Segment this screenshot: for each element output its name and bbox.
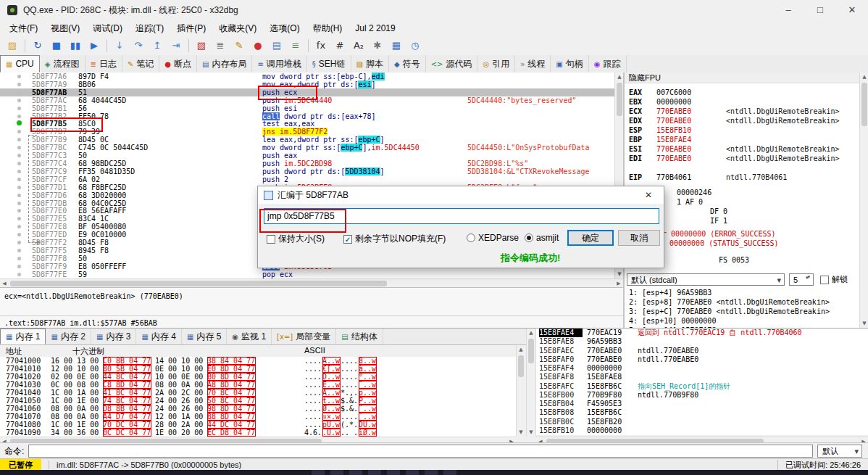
breakpoint-gutter[interactable] [0, 128, 32, 136]
step-over-icon[interactable]: ↷ [130, 38, 147, 54]
hash-icon[interactable]: # [331, 38, 349, 54]
stack-row[interactable]: 15E8FAF815E8FAE8 [536, 373, 868, 381]
argument-count-spinner[interactable]: 5 [789, 273, 814, 286]
dump-row[interactable]: 7704109034 00 36 000C DC 04 771E 00 20 0… [0, 429, 516, 437]
menu-item-7[interactable]: 帮助(H) [306, 21, 349, 36]
scrollbar-thumb[interactable] [528, 339, 534, 363]
breakpoint-gutter[interactable] [0, 215, 32, 223]
disasm-row[interactable]: 5D8F77B585C0test eax,eax [0, 120, 614, 128]
breakpoint-gutter[interactable] [0, 183, 32, 191]
stack-row[interactable]: 15E8FAE896A59BB3 [536, 337, 868, 346]
stop-debug-icon[interactable]: ■ [48, 38, 65, 54]
disasm-row[interactable]: 5D8F77CF6A 02push 2 [0, 175, 614, 183]
breakpoint-gutter[interactable] [0, 270, 32, 278]
run-icon[interactable]: ▶ [85, 38, 103, 54]
disasm-row[interactable]: 5D8F77B98D45 0Clea eax,dword ptr ss:[ebp… [0, 136, 614, 144]
tab-locals[interactable]: [x=]局部变量 [272, 329, 336, 344]
breakpoint-gutter[interactable] [0, 144, 32, 152]
tab-dump-3[interactable]: ▦内存 3 [91, 329, 136, 344]
breakpoint-gutter[interactable] [0, 263, 32, 270]
stack-row[interactable]: 15E8FAF400000000 [536, 364, 868, 373]
disasm-row[interactable]: 5D8F77C468 98BDC25Dpush im.5DC2BD985DC2B… [0, 160, 614, 168]
tab-graph[interactable]: ◈流程图 [40, 55, 85, 73]
hide-fpu-toggle[interactable]: 隐藏FPU [625, 73, 859, 83]
menu-item-5[interactable]: 收藏夹(V) [212, 21, 263, 36]
breakpoint-gutter[interactable] [0, 175, 32, 183]
cpu-window-icon[interactable]: ▦ [388, 38, 405, 54]
fill-nop-checkbox[interactable] [343, 235, 352, 244]
comment-icon[interactable]: ✎ [230, 38, 248, 54]
xedparse-radio[interactable] [467, 234, 475, 242]
scrollbar-thumb[interactable] [617, 83, 622, 116]
xedparse-radio-row[interactable]: XEDParse [467, 233, 519, 243]
dump-row[interactable]: 770410801C 00 1E 0070 DC 04 7728 00 2A 0… [0, 421, 516, 429]
dump-row[interactable]: 7704106008 00 0A 00D8 8B 04 7724 00 26 0… [0, 405, 516, 413]
log-icon[interactable]: ≣ [212, 38, 229, 54]
breakpoint-gutter[interactable] [0, 73, 32, 80]
registers-vertical-scrollbar[interactable]: ▲ ▼ [859, 73, 868, 328]
tab-seh[interactable]: §SEH链 [307, 55, 351, 73]
calculator-icon[interactable]: fx [312, 38, 330, 54]
menu-item-2[interactable]: 调试(D) [86, 21, 129, 36]
tab-notes[interactable]: ✎笔记 [122, 55, 159, 73]
unlock-checkbox[interactable] [820, 276, 829, 284]
tab-trace[interactable]: ◉跟踪 [589, 55, 627, 73]
tab-references[interactable]: ◎引用 [477, 55, 515, 73]
breakpoint-gutter[interactable] [0, 207, 32, 215]
breakpoint-gutter[interactable] [0, 255, 32, 263]
stack-vertical-scrollbar[interactable]: ▲ ▼ [526, 329, 536, 437]
breakpoint-gutter[interactable] [0, 136, 32, 144]
register-row-ecx[interactable]: ECX770EABE0<ntdll.DbgUiRemoteBreakin> [629, 107, 840, 115]
assemble-instruction-input[interactable] [264, 208, 659, 224]
stack-row[interactable]: 15E8FAF0770EABE0ntdll.770EABE0 [536, 355, 868, 364]
stack-row[interactable]: 15E8FAE4770EAC19返回到 ntdll.770EAC19 自 ntd… [536, 329, 868, 337]
fill-nop-checkbox-row[interactable]: 剩余字节以NOP填充(F) [343, 233, 446, 245]
call-stack-icon[interactable]: ≡ [287, 38, 304, 54]
memory-dump-view[interactable]: 7704100016 00 13 00C0 8B 04 7714 00 10 0… [0, 357, 516, 437]
minimize-button[interactable]: – [772, 0, 804, 20]
disasm-row[interactable]: 5D8F77FE59pop ecx [0, 270, 614, 278]
breakpoint-gutter[interactable] [0, 104, 32, 112]
tab-symbols[interactable]: ◆符号 [389, 55, 426, 73]
dump-row[interactable]: 770410401C 00 1A 0041 8C 04 772A 00 2C 0… [0, 389, 516, 397]
breakpoint-gutter[interactable] [0, 80, 32, 88]
disasm-row[interactable]: 5D8F77B156push esi [0, 104, 614, 112]
keep-size-checkbox-row[interactable]: 保持大小(S) [267, 233, 325, 245]
command-input[interactable] [28, 445, 813, 458]
tab-breakpoints[interactable]: ●断点 [159, 55, 197, 73]
breakpoint-gutter[interactable] [0, 152, 32, 160]
dump-row[interactable]: 770410501C 00 1E 0074 8C 04 7724 00 26 0… [0, 397, 516, 405]
tab-dump-2[interactable]: ▦内存 2 [46, 329, 91, 344]
close-button[interactable]: ✕ [836, 0, 868, 20]
disasm-row[interactable]: 5D8F77C9FF35 0481D35Dpush dword ptr ds:[… [0, 168, 614, 175]
register-row-eax[interactable]: EAX007C6000 [629, 88, 726, 96]
dialog-close-icon[interactable]: ✕ [639, 190, 658, 200]
breakpoint-gutter[interactable] [0, 199, 32, 207]
stack-row[interactable]: 15E8FB1000000000 [536, 426, 868, 435]
tab-source[interactable]: <>源代码 [426, 55, 478, 73]
calling-convention-select[interactable]: 默认 (stdcall) [627, 273, 785, 286]
disasm-row[interactable]: 5D8F77AB51push ecx [0, 88, 614, 96]
asmjit-radio[interactable] [525, 234, 533, 242]
register-row-edi[interactable]: EDI770EABE0<ntdll.DbgUiRemoteBreakin> [629, 154, 840, 162]
disasm-row[interactable]: 5D8F77A98B06mov eax,dword ptr ds:[esi] [0, 80, 614, 88]
breakpoint-gutter[interactable] [0, 231, 32, 239]
tab-watch-1[interactable]: ◉监视 1 [227, 329, 272, 344]
tab-call-stack[interactable]: ≡调用堆栈 [252, 55, 306, 73]
menu-item-4[interactable]: 插件(P) [170, 21, 212, 36]
scrollbar-thumb[interactable] [518, 355, 524, 377]
stack-view[interactable]: 15E8FAE4770EAC19返回到 ntdll.770EAC19 自 ntd… [536, 329, 868, 435]
tab-cpu[interactable]: ▦CPU [0, 55, 40, 73]
pause-icon[interactable]: ▮▮ [67, 38, 84, 54]
breakpoint-gutter[interactable] [0, 88, 32, 96]
settings-icon[interactable]: ✱ [369, 38, 386, 54]
breakpoint-gutter[interactable] [0, 191, 32, 199]
cancel-button[interactable]: 取消 [618, 230, 660, 246]
menu-item-3[interactable]: 追踪(T) [129, 21, 170, 36]
scrollbar-thumb[interactable] [10, 281, 387, 286]
register-row-ebp[interactable]: EBP15E8FAE4 [629, 136, 726, 144]
stack-row[interactable]: 15E8FAFC15E8FB6C指向SEH_Record[1]的指针 [536, 382, 868, 391]
dump-vertical-scrollbar[interactable]: ▲ ▼ [516, 345, 525, 437]
stack-row[interactable]: 15E8FAEC770EABE0ntdll.770EABE0 [536, 347, 868, 355]
patches-icon[interactable]: ▧ [193, 38, 210, 54]
